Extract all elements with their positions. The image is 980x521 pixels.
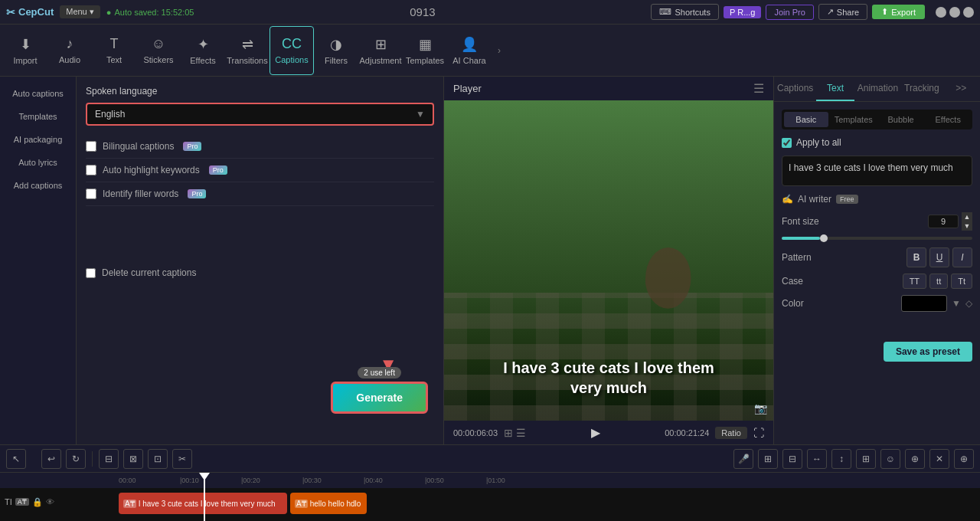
italic-button[interactable]: I (952, 247, 972, 267)
split-tool[interactable]: ⊟ (99, 449, 119, 469)
sub-tab-bubble[interactable]: Bubble (879, 112, 923, 127)
case-lowercase[interactable]: tt (929, 274, 948, 289)
sub-tab-basic[interactable]: Basic (784, 112, 828, 127)
case-uppercase[interactable]: TT (903, 274, 926, 289)
apply-all-row: Apply to all (782, 137, 972, 148)
save-preset-button[interactable]: Save as preset (884, 342, 972, 362)
tab-captions[interactable]: Captions (774, 77, 816, 101)
ai-writer-badge: Free (836, 195, 858, 204)
color-swatch[interactable] (901, 295, 947, 312)
fullscreen-button[interactable]: ⛶ (753, 427, 764, 439)
bilingual-checkbox[interactable] (86, 141, 96, 152)
close-button[interactable] (963, 7, 974, 18)
apply-all-checkbox[interactable] (782, 138, 792, 148)
slider-thumb[interactable] (820, 234, 828, 242)
join-pro-button[interactable]: Join Pro (766, 5, 813, 20)
underline-button[interactable]: U (929, 247, 949, 267)
toolbar-text[interactable]: T Text (92, 26, 136, 75)
remove-clip-button[interactable]: ⊟ (782, 449, 802, 469)
color-extra-icon[interactable]: ◇ (965, 298, 972, 309)
tab-tracking[interactable]: Tracking (901, 77, 942, 101)
maximize-button[interactable] (949, 7, 960, 18)
list-view-icon[interactable]: ☰ (516, 427, 526, 439)
zoom-button[interactable]: ⊕ (954, 449, 974, 469)
text-preview[interactable]: I have 3 cute cats I love them very much (782, 156, 972, 186)
bilingual-captions-option: Bilingual captions Pro (86, 135, 434, 159)
toolbar-templates[interactable]: ▦ Templates (403, 26, 447, 75)
mic-button[interactable]: 🎤 (733, 449, 753, 469)
left-panel-auto-captions[interactable]: Auto captions (3, 83, 73, 104)
left-panel-auto-lyrics[interactable]: Auto lyrics (3, 152, 73, 173)
filler-words-option: Identify filler words Pro (86, 182, 434, 206)
topbar-right: ⌨ Shortcuts P R...g Join Pro ↗ Share ⬆ E… (651, 4, 974, 20)
toolbar-captions[interactable]: CC Captions (270, 26, 314, 75)
highlight-checkbox[interactable] (86, 165, 96, 175)
emoji-button[interactable]: ☺ (880, 449, 900, 469)
swap-button[interactable]: ↕ (831, 449, 851, 469)
caption-clip-1[interactable]: A₸ I have 3 cute cats I love them very m… (119, 493, 287, 514)
ratio-button[interactable]: Ratio (715, 427, 747, 439)
font-size-down[interactable]: ▼ (962, 221, 972, 231)
shortcuts-button[interactable]: ⌨ Shortcuts (651, 4, 718, 20)
sub-tab-effects[interactable]: Effects (926, 112, 970, 127)
font-size-up[interactable]: ▲ (962, 212, 972, 221)
play-button[interactable]: ▶ (591, 425, 600, 440)
caption-track-row: TI A₸ 🔒 👁 A₸ I have 3 cute cats I love t… (0, 488, 980, 516)
toolbar-import[interactable]: ⬇ Import (3, 26, 47, 75)
toolbar-transitions[interactable]: ⇌ Transitions (225, 26, 270, 75)
language-select[interactable]: English ▼ (86, 103, 434, 126)
highlight-label: Auto highlight keywords (103, 165, 200, 175)
font-size-slider[interactable] (782, 237, 972, 240)
grid-button[interactable]: ⊞ (856, 449, 876, 469)
left-panel-templates[interactable]: Templates (3, 106, 73, 127)
camera-overlay-icon[interactable]: 📷 (754, 402, 767, 415)
redo-button[interactable]: ↻ (66, 449, 86, 469)
toolbar-audio[interactable]: ♪ Audio (47, 26, 92, 75)
delete-tool[interactable]: ✂ (172, 449, 192, 469)
tab-text[interactable]: Text (816, 77, 854, 101)
color-dropdown-arrow-icon[interactable]: ▼ (952, 298, 961, 309)
font-size-input[interactable] (928, 215, 959, 228)
select-tool[interactable]: ↖ (6, 449, 26, 469)
bold-button[interactable]: B (906, 247, 926, 267)
trim-tool[interactable]: ⊠ (123, 449, 143, 469)
toolbar-more[interactable]: › (492, 26, 507, 75)
left-panel-ai-packaging[interactable]: AI packaging (3, 129, 73, 150)
playhead[interactable] (204, 473, 205, 521)
caption-visible-icon[interactable]: 👁 (46, 497, 54, 506)
toolbar-filters[interactable]: ◑ Filters (314, 26, 358, 75)
menu-button[interactable]: Menu ▾ (60, 5, 100, 18)
left-panel-add-captions[interactable]: Add captions (3, 175, 73, 196)
caption-clip-2[interactable]: A₸ hello hello hdlo (290, 493, 367, 514)
link-button[interactable]: ↔ (807, 449, 827, 469)
toolbar-stickers[interactable]: ☺ Stickers (136, 26, 181, 75)
timeline-view-icons: ⊞ ☰ (504, 427, 526, 439)
undo-button[interactable]: ↩ (41, 449, 61, 469)
pro-badge[interactable]: P R...g (724, 6, 762, 18)
ruler-10: |00:10 (180, 477, 199, 484)
ruler-40: |00:40 (364, 477, 383, 484)
toolbar-adjustment[interactable]: ⊞ Adjustment (358, 26, 403, 75)
toolbar-effects[interactable]: ✦ Effects (181, 26, 225, 75)
minimize-button[interactable] (936, 7, 946, 18)
add-clip-button[interactable]: ⊞ (758, 449, 778, 469)
timeline-content: 00:00 |00:10 |00:20 |00:30 |00:40 |00:50… (0, 473, 980, 521)
delete-checkbox[interactable] (86, 268, 96, 278)
crop-tool[interactable]: ⊡ (148, 449, 168, 469)
filler-checkbox[interactable] (86, 188, 96, 199)
sub-tab-templates[interactable]: Templates (831, 112, 876, 127)
caption-lock-icon[interactable]: 🔒 (32, 497, 43, 507)
remove-button[interactable]: ✕ (929, 449, 949, 469)
player-menu-icon[interactable]: ☰ (753, 81, 764, 96)
font-size-control: ▲ ▼ (928, 212, 972, 231)
case-titlecase[interactable]: Tt (951, 274, 972, 289)
grid-view-icon[interactable]: ⊞ (504, 427, 513, 439)
tab-more[interactable]: >> (942, 77, 980, 101)
toolbar-ai-chara[interactable]: 👤 AI Chara (447, 26, 492, 75)
share-button[interactable]: ↗ Share (818, 4, 867, 20)
export-button[interactable]: ⬆ Export (872, 5, 925, 19)
add-button[interactable]: ⊕ (905, 449, 925, 469)
templates-icon: ▦ (419, 36, 432, 53)
generate-button[interactable]: Generate (331, 382, 428, 414)
tab-animation[interactable]: Animation (854, 77, 901, 101)
